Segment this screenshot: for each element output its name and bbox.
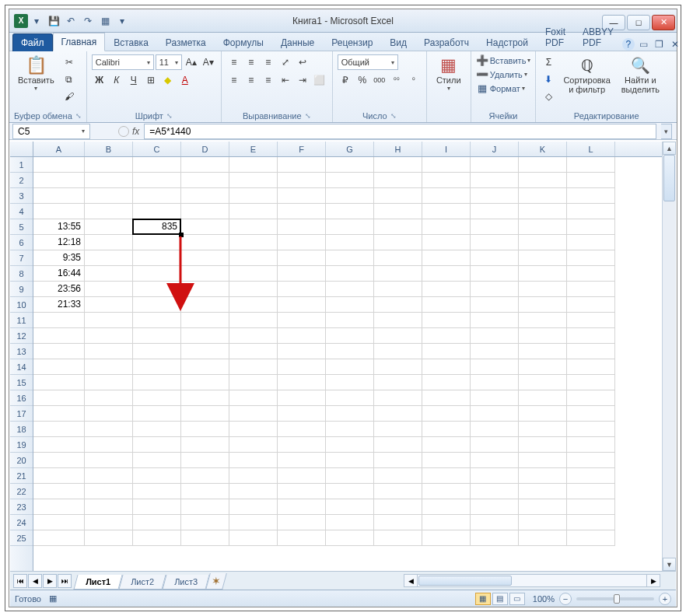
cell-L16[interactable] [567,390,615,406]
cell-H25[interactable] [374,530,422,546]
cell-L22[interactable] [567,484,615,499]
row-header-19[interactable]: 19 [10,437,33,453]
tab-insert[interactable]: Вставка [105,33,157,51]
row-header-24[interactable]: 24 [10,515,33,530]
cell-B24[interactable] [85,515,133,530]
cell-J22[interactable] [471,484,519,499]
cell-B4[interactable] [85,204,133,219]
cell-E23[interactable] [229,499,278,515]
tab-file[interactable]: Файл [12,33,53,51]
cell-H5[interactable] [374,219,422,235]
cell-L10[interactable] [567,297,615,313]
column-header-E[interactable]: E [229,142,278,156]
cell-H9[interactable] [374,282,422,297]
cell-I7[interactable] [422,250,471,266]
cell-E15[interactable] [229,375,278,390]
cell-L6[interactable] [567,235,615,250]
cell-A7[interactable]: 9:35 [33,250,85,266]
cell-B1[interactable] [85,157,133,173]
cell-G24[interactable] [326,515,374,530]
dialog-launcher-icon[interactable]: ⤡ [75,112,82,120]
row-header-14[interactable]: 14 [10,359,33,375]
cell-K4[interactable] [519,204,567,219]
cell-D9[interactable] [181,282,229,297]
undo-button[interactable]: ↶ [62,12,79,30]
zoom-level[interactable]: 100% [533,594,555,604]
qat-extra-button[interactable]: ▦ [96,12,114,30]
cell-F1[interactable] [278,157,326,173]
cell-J6[interactable] [471,235,519,250]
name-box[interactable]: C5▾ [12,124,90,139]
row-header-4[interactable]: 4 [10,204,33,219]
zoom-out-button[interactable]: − [559,593,572,605]
cell-H21[interactable] [374,468,422,484]
cell-E8[interactable] [229,266,278,282]
cell-G18[interactable] [326,422,374,437]
cell-A22[interactable] [33,484,85,499]
cell-C19[interactable] [133,437,181,453]
cell-A24[interactable] [33,515,85,530]
maximize-button[interactable]: □ [627,15,650,30]
cell-B25[interactable] [85,530,133,546]
cell-D18[interactable] [181,422,229,437]
cell-D2[interactable] [181,173,229,188]
cell-K14[interactable] [519,359,567,375]
cell-F10[interactable] [278,297,326,313]
sheet-nav-next[interactable]: ▶ [43,574,57,588]
comma-button[interactable]: 000 [372,72,387,88]
cell-J4[interactable] [471,204,519,219]
copy-button[interactable]: ⧉ [61,72,77,87]
bold-button[interactable]: Ж [92,72,107,88]
format-cells-button[interactable]: ▦Формат▾ [476,82,525,94]
cell-G4[interactable] [326,204,374,219]
cell-L3[interactable] [567,188,615,204]
cell-D24[interactable] [181,515,229,530]
align-right-button[interactable]: ≡ [261,72,276,88]
sheet-tab-3[interactable]: Лист3 [163,575,210,590]
cell-E9[interactable] [229,282,278,297]
tab-home[interactable]: Главная [53,33,106,51]
cell-E18[interactable] [229,422,278,437]
cell-H2[interactable] [374,173,422,188]
cell-I3[interactable] [422,188,471,204]
tab-data[interactable]: Данные [272,33,323,51]
cell-G7[interactable] [326,250,374,266]
cell-G5[interactable] [326,219,374,235]
column-header-I[interactable]: I [422,142,471,156]
cell-G6[interactable] [326,235,374,250]
cell-E3[interactable] [229,188,278,204]
cell-F5[interactable] [278,219,326,235]
sheet-nav-last[interactable]: ⏭ [58,574,72,588]
row-header-5[interactable]: 5 [10,219,33,235]
macro-record-icon[interactable]: ▦ [49,593,57,604]
tab-foxit[interactable]: Foxit PDF [537,23,574,51]
cell-I21[interactable] [422,468,471,484]
cell-A4[interactable] [33,204,85,219]
cell-G9[interactable] [326,282,374,297]
cell-G2[interactable] [326,173,374,188]
cell-C2[interactable] [133,173,181,188]
scroll-up-button[interactable]: ▲ [663,142,676,155]
cell-E13[interactable] [229,344,278,359]
cell-A6[interactable]: 12:18 [33,235,85,250]
wrap-text-button[interactable]: ↩ [295,54,310,70]
cell-I20[interactable] [422,453,471,468]
scroll-right-button[interactable]: ▶ [646,575,660,586]
row-header-9[interactable]: 9 [10,282,33,297]
cell-D21[interactable] [181,468,229,484]
cell-H23[interactable] [374,499,422,515]
cell-B6[interactable] [85,235,133,250]
cell-J3[interactable] [471,188,519,204]
cell-L25[interactable] [567,530,615,546]
decrease-indent-button[interactable]: ⇤ [278,72,293,88]
cell-H18[interactable] [374,422,422,437]
delete-cells-button[interactable]: ➖Удалить▾ [476,68,527,80]
cell-A18[interactable] [33,422,85,437]
cell-F24[interactable] [278,515,326,530]
sheet-nav-first[interactable]: ⏮ [13,574,27,588]
row-header-25[interactable]: 25 [10,530,33,546]
cell-A10[interactable]: 21:33 [33,297,85,313]
cell-I9[interactable] [422,282,471,297]
cell-E14[interactable] [229,359,278,375]
scroll-left-button[interactable]: ◀ [404,575,418,586]
